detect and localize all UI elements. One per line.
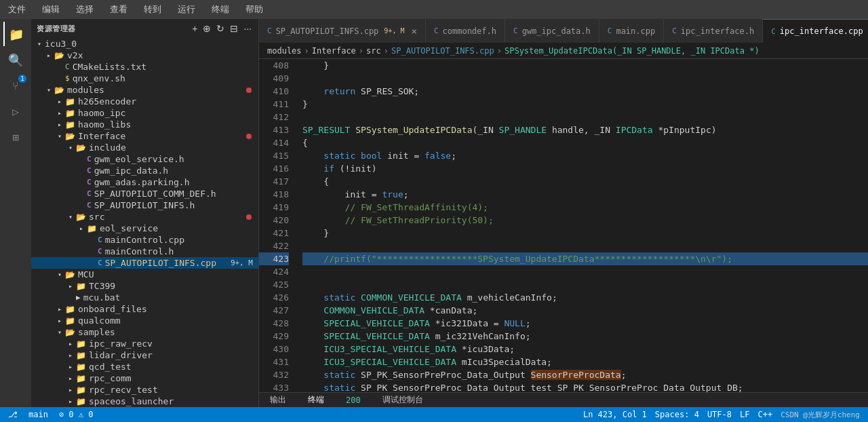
tree-item-qnx-env[interactable]: $ qnx_env.sh bbox=[31, 73, 258, 84]
item-label: qnx_env.sh bbox=[73, 73, 125, 83]
tree-item-gwm-ipc-data[interactable]: C gwm_ipc_data.h bbox=[31, 165, 258, 176]
tree-item-gwm-eol-service[interactable]: C gwm_eol_service.h bbox=[31, 153, 258, 165]
file-icon: C bbox=[87, 166, 92, 175]
cursor-position[interactable]: Ln 423, Col 1 bbox=[583, 410, 647, 420]
more-actions-button[interactable]: ··· bbox=[242, 22, 253, 35]
activity-bar: 📁 🔍 ⑂ 1 ▷ ⊞ bbox=[0, 19, 31, 407]
new-folder-button[interactable]: ⊕ bbox=[201, 22, 212, 35]
tab-sp-autopilot-infs-cpp[interactable]: C SP_AUTOPILOT_INFS.cpp 9+, M × bbox=[259, 19, 426, 43]
tree-item-include[interactable]: ▾ 📂 include bbox=[31, 142, 258, 153]
menu-item-run[interactable]: 运行 bbox=[175, 2, 198, 17]
menu-item-help[interactable]: 帮助 bbox=[243, 2, 266, 17]
tab-ipc-interface-cpp[interactable]: C ipc_interface.cpp 2, M × bbox=[763, 19, 868, 43]
tree-item-sp-infs-cpp[interactable]: C SP_AUTOPILOT_INFS.cpp 9+, M bbox=[31, 257, 258, 269]
file-icon: C bbox=[87, 178, 92, 187]
tree-item-v2x[interactable]: ▸ 📂 v2x bbox=[31, 50, 258, 61]
git-branch-icon: ⎇ bbox=[8, 410, 18, 419]
tree-item-lidar-driver[interactable]: ▸ 📁 lidar_driver bbox=[31, 349, 258, 361]
item-label: spaceos_launcher bbox=[89, 396, 174, 406]
tree-item-interface[interactable]: ▾ 📂 Interface bbox=[31, 130, 258, 142]
activity-source-control[interactable]: ⑂ 1 bbox=[3, 73, 28, 98]
tree-item-samples[interactable]: ▾ 📂 samples bbox=[31, 326, 258, 338]
tree-item-qcd-test[interactable]: ▸ 📁 qcd_test bbox=[31, 361, 258, 372]
tab-label: ipc_interface.h bbox=[681, 26, 754, 36]
tab-label: gwm_ipc_data.h bbox=[522, 26, 591, 36]
breadcrumb-file[interactable]: SP_AUTOPILOT_INFS.cpp bbox=[391, 46, 494, 56]
tree-item-eol-service[interactable]: ▸ 📁 eol_service bbox=[31, 223, 258, 234]
activity-debug[interactable]: ▷ bbox=[3, 99, 28, 123]
tab-lang-icon: C bbox=[771, 27, 776, 36]
tab-lang-icon: C bbox=[267, 26, 272, 35]
line-ending-indicator[interactable]: LF bbox=[740, 410, 749, 420]
arrow-icon: ▸ bbox=[76, 225, 87, 232]
encoding-indicator[interactable]: UTF-8 bbox=[707, 410, 732, 420]
error-count[interactable]: ⊘ 0 ⚠ 0 bbox=[59, 410, 94, 419]
menu-item-file[interactable]: 文件 bbox=[5, 2, 28, 17]
tree-item-sp-infs-h[interactable]: C SP_AUTOPILOT_INFS.h bbox=[31, 199, 258, 211]
tab-lang-icon: C bbox=[608, 26, 612, 35]
breadcrumb-modules[interactable]: modules bbox=[267, 46, 302, 56]
item-label: ipc_raw_recv bbox=[89, 339, 153, 349]
tree-item-h265encoder[interactable]: ▸ 📁 h265encoder bbox=[31, 96, 258, 107]
tree-item-onboard-files[interactable]: ▸ 📁 onboard_files bbox=[31, 303, 258, 315]
spaces-indicator[interactable]: Spaces: 4 bbox=[655, 410, 699, 420]
tree-item-rpc-recv-test[interactable]: ▸ 📁 rpc_recv_test bbox=[31, 384, 258, 396]
tree-item-gwm-adas-parking[interactable]: C gwm_adas.parking.h bbox=[31, 176, 258, 188]
tree-item-qualcomm[interactable]: ▸ 📁 qualcomm bbox=[31, 315, 258, 326]
tab-lang-icon: C bbox=[672, 26, 677, 35]
git-branch-label[interactable]: main bbox=[28, 410, 48, 419]
refresh-button[interactable]: ↻ bbox=[215, 22, 226, 35]
tree-item-maincontrol-cpp[interactable]: C mainControl.cpp bbox=[31, 234, 258, 246]
arrow-icon: ▸ bbox=[54, 109, 65, 117]
file-badge: 9+, M bbox=[231, 258, 253, 267]
panel-tab-200[interactable]: 200 bbox=[340, 394, 366, 406]
activity-extensions[interactable]: ⊞ bbox=[3, 125, 28, 149]
tree-item-mcu[interactable]: ▾ 📂 MCU bbox=[31, 269, 258, 280]
new-file-button[interactable]: + bbox=[191, 22, 199, 35]
tab-close-icon[interactable]: × bbox=[411, 26, 416, 36]
collapse-all-button[interactable]: ⊟ bbox=[229, 22, 239, 35]
menu-item-goto[interactable]: 转到 bbox=[141, 2, 164, 17]
tree-item-maincontrol-h[interactable]: C mainControl.h bbox=[31, 246, 258, 257]
item-label: onboard_files bbox=[78, 304, 147, 314]
code-editor[interactable]: 4084094104114124134144154164174184194204… bbox=[259, 59, 868, 392]
activity-explorer[interactable]: 📁 bbox=[3, 22, 28, 46]
language-indicator[interactable]: C++ bbox=[757, 410, 772, 420]
code-lines-container: 4084094104114124134144154164174184194204… bbox=[259, 59, 868, 392]
item-label: rpc_recv_test bbox=[89, 385, 158, 395]
tab-gwm-ipc-data-h[interactable]: C gwm_ipc_data.h bbox=[505, 19, 599, 43]
tab-ipc-interface-h[interactable]: C ipc_interface.h bbox=[664, 19, 763, 43]
file-icon: C bbox=[65, 62, 70, 71]
tree-item-haomo-libs[interactable]: ▸ 📁 haomo_libs bbox=[31, 119, 258, 130]
menu-item-view[interactable]: 查看 bbox=[107, 2, 130, 17]
tab-commondef-h[interactable]: C commondef.h bbox=[426, 19, 505, 43]
item-label: icu3_0 bbox=[45, 39, 77, 49]
status-bar: ⎇ main ⊘ 0 ⚠ 0 Ln 423, Col 1 Spaces: 4 U… bbox=[0, 407, 868, 422]
tree-item-spaceos-launcher[interactable]: ▸ 📁 spaceos_launcher bbox=[31, 396, 258, 407]
breadcrumb-symbol[interactable]: SPSystem_UpdateIPCData(_IN SP_HANDLE, _I… bbox=[505, 46, 760, 56]
tree-item-ipc-raw-recv[interactable]: ▸ 📁 ipc_raw_recv bbox=[31, 338, 258, 349]
breadcrumb: modules › Interface › src › SP_AUTOPILOT… bbox=[259, 43, 868, 59]
tree-item-sp-comm-def[interactable]: C SP_AUTOPILOT_COMM_DEF.h bbox=[31, 188, 258, 199]
activity-search[interactable]: 🔍 bbox=[3, 47, 28, 72]
breadcrumb-src[interactable]: src bbox=[366, 46, 381, 56]
tree-item-tc399[interactable]: ▸ 📁 TC399 bbox=[31, 280, 258, 292]
panel-tab-output[interactable]: 输出 bbox=[264, 393, 292, 407]
tree-item-icu3_0[interactable]: ▾ icu3_0 bbox=[31, 38, 258, 50]
tree-item-haomo-ipc[interactable]: ▸ 📁 haomo_ipc bbox=[31, 107, 258, 119]
tree-item-cmakelists[interactable]: C CMakeLists.txt bbox=[31, 61, 258, 73]
tree-item-rpc-comm[interactable]: ▸ 📁 rpc_comm bbox=[31, 372, 258, 384]
tab-main-cpp[interactable]: C main.cpp bbox=[599, 19, 664, 43]
panel-tab-debug-console[interactable]: 调试控制台 bbox=[377, 393, 429, 407]
tree-item-mcu-bat[interactable]: ▶ mcu.bat bbox=[31, 292, 258, 303]
panel-tab-terminal[interactable]: 终端 bbox=[302, 393, 330, 407]
breadcrumb-interface[interactable]: Interface bbox=[312, 46, 356, 56]
folder-icon: 📁 bbox=[76, 397, 86, 406]
menu-item-select[interactable]: 选择 bbox=[73, 2, 96, 17]
menu-item-terminal[interactable]: 终端 bbox=[209, 2, 232, 17]
menu-item-edit[interactable]: 编辑 bbox=[39, 2, 62, 17]
tree-item-src[interactable]: ▾ 📂 src bbox=[31, 211, 258, 223]
item-label: lidar_driver bbox=[89, 350, 153, 360]
tree-item-modules[interactable]: ▾ 📂 modules bbox=[31, 84, 258, 96]
folder-icon: 📁 bbox=[76, 374, 86, 383]
